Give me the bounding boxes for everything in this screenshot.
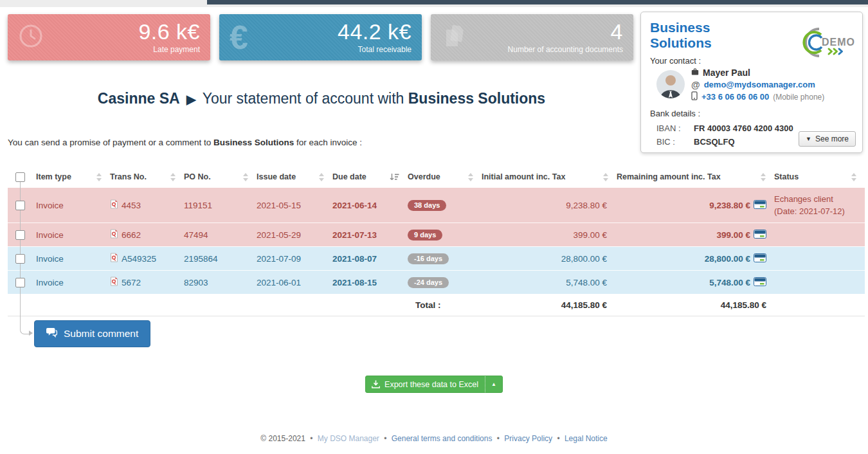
see-more-button[interactable]: ▼ See more <box>799 131 856 147</box>
overdue-badge: -16 days <box>408 253 449 264</box>
phone-type-note: (Mobile phone) <box>773 93 824 102</box>
footer-link-terms[interactable]: General terms and conditions <box>392 434 493 443</box>
remaining-amount-cell: 9,238.80 € <box>709 201 750 210</box>
table-row: Invoice 5672 82903 2021-06-01 2021-08-15… <box>8 270 865 294</box>
po-no-cell: 47494 <box>184 230 257 240</box>
sort-icon[interactable] <box>603 173 608 181</box>
trans-no-cell: 5672 <box>122 278 141 287</box>
download-icon <box>372 380 380 388</box>
euro-icon: € <box>230 21 248 54</box>
trans-no-cell: 4453 <box>122 201 141 210</box>
pdf-icon[interactable] <box>110 199 118 211</box>
sort-icon[interactable] <box>468 173 473 181</box>
pdf-icon[interactable] <box>110 229 118 241</box>
email-icon: @ <box>691 80 700 89</box>
supplier-name: Business Solutions <box>650 20 753 51</box>
overdue-badge: 38 days <box>408 200 446 211</box>
table-row: Invoice 4453 119151 2021-05-15 2021-06-1… <box>8 188 865 222</box>
intro-pre: You can send a promise of payment or a c… <box>8 138 213 147</box>
footer-link-privacy[interactable]: Privacy Policy <box>504 434 552 443</box>
issue-date-cell: 2021-05-29 <box>257 230 332 240</box>
kpi-late-payment: 9.6 k€ Late payment <box>8 14 210 60</box>
sort-icon[interactable] <box>243 173 248 181</box>
sort-icon[interactable] <box>96 173 102 181</box>
comment-bubble-icon <box>46 327 58 340</box>
col-issue-date: Issue date <box>257 172 296 181</box>
pdf-icon[interactable] <box>110 253 118 264</box>
col-po-no: PO No. <box>184 172 211 181</box>
total-receivable-label: Total receivable <box>358 45 411 54</box>
credit-card-icon[interactable] <box>754 230 766 241</box>
mobile-phone-icon <box>691 91 698 102</box>
footer-separator: • <box>384 434 386 443</box>
credit-card-icon[interactable] <box>754 277 766 288</box>
export-excel-button[interactable]: Export these data to Excel ▲ <box>365 376 503 393</box>
status-date: (Date: 2021-07-12) <box>774 205 865 218</box>
select-all-checkbox[interactable] <box>15 172 25 182</box>
row-checkbox[interactable] <box>15 254 25 264</box>
row-checkbox[interactable] <box>15 201 25 210</box>
selection-tree-line <box>20 177 21 325</box>
sort-active-icon[interactable] <box>390 173 399 181</box>
selection-tree-elbow <box>20 325 29 334</box>
see-more-label: See more <box>815 134 849 143</box>
client-name: Casinne SA <box>98 90 180 107</box>
footer-separator: • <box>557 434 559 443</box>
item-type-cell: Invoice <box>36 278 110 287</box>
chevron-down-icon: ▼ <box>806 136 811 142</box>
due-date-cell: 2021-08-07 <box>332 254 408 264</box>
intro-text: You can send a promise of payment or a c… <box>8 138 362 147</box>
col-due-date: Due date <box>332 172 366 181</box>
po-no-cell: 82903 <box>184 278 257 287</box>
issue-date-cell: 2021-06-01 <box>257 278 332 287</box>
col-status: Status <box>774 172 799 181</box>
caret-up-icon[interactable]: ▲ <box>491 382 496 387</box>
po-no-cell: 119151 <box>184 201 257 210</box>
copyright-text: © 2015-2021 <box>260 434 305 443</box>
submit-comment-button[interactable]: Submit comment <box>34 320 150 347</box>
credit-card-icon[interactable] <box>754 200 766 211</box>
bic-label: BIC : <box>656 137 694 147</box>
item-type-cell: Invoice <box>36 201 110 210</box>
footer: © 2015-2021 • My DSO Manager • General t… <box>0 434 868 443</box>
footer-link-mydsomanager[interactable]: My DSO Manager <box>318 434 379 443</box>
demo-logo-text: DEMO <box>822 37 854 48</box>
table-header-row: Item type Trans No. PO No. Issue date Du… <box>8 166 865 188</box>
submit-comment-label: Submit comment <box>64 328 138 340</box>
bank-details-label: Bank details : <box>650 109 853 118</box>
initial-amount-cell: 28,800.00 € <box>482 254 617 264</box>
top-strip <box>0 0 868 7</box>
contact-email-link[interactable]: demo@mydsomanager.com <box>704 80 815 89</box>
sort-icon[interactable] <box>319 173 324 181</box>
supplier-name-title: Business Solutions <box>408 90 545 107</box>
credit-card-icon[interactable] <box>754 253 766 264</box>
pdf-icon[interactable] <box>110 277 118 288</box>
late-payment-label: Late payment <box>153 45 200 54</box>
kpi-documents-count: 4 Number of accounting documents <box>431 14 633 60</box>
col-trans-no: Trans No. <box>110 172 147 181</box>
initial-amount-cell: 9,238.80 € <box>482 201 617 210</box>
total-remaining-amount: 44,185.80 € <box>721 300 766 310</box>
remaining-amount-cell: 399.00 € <box>716 230 750 240</box>
po-no-cell: 2195864 <box>184 254 257 264</box>
sort-icon[interactable] <box>170 173 176 181</box>
kpi-cards: 9.6 k€ Late payment € 44.2 k€ Total rece… <box>8 14 633 60</box>
col-overdue: Overdue <box>408 172 440 181</box>
documents-icon <box>441 22 469 53</box>
intro-post: for each invoice : <box>294 138 362 147</box>
sort-icon[interactable] <box>851 173 856 181</box>
sort-icon[interactable] <box>761 173 766 181</box>
row-checkbox[interactable] <box>15 278 25 287</box>
col-remaining-amount: Remaining amount inc. Tax <box>617 172 721 181</box>
status-text: Echanges client <box>774 193 865 206</box>
invoice-table: Item type Trans No. PO No. Issue date Du… <box>8 166 865 316</box>
due-date-cell: 2021-07-13 <box>332 230 408 240</box>
row-checkbox[interactable] <box>15 230 25 240</box>
footer-separator: • <box>310 434 312 443</box>
button-divider <box>485 376 485 392</box>
supplier-panel: Business Solutions DEMO Your contact : <box>640 12 863 153</box>
page: 9.6 k€ Late payment € 44.2 k€ Total rece… <box>0 0 868 454</box>
contact-phone-link[interactable]: +33 6 06 06 06 00 <box>701 92 769 102</box>
footer-link-legal[interactable]: Legal Notice <box>565 434 608 443</box>
intro-supplier: Business Solutions <box>213 138 294 147</box>
